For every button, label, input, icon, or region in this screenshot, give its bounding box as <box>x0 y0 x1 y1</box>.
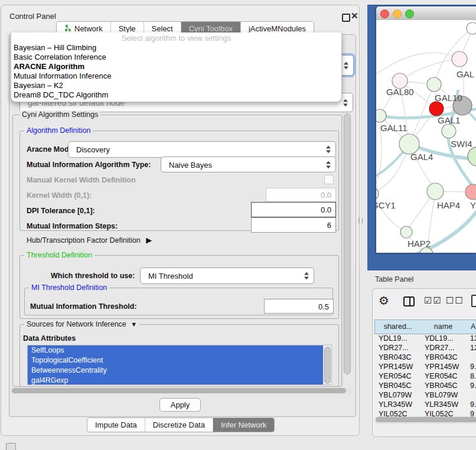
table-cell: YBL079W <box>374 390 425 400</box>
columns-icon[interactable] <box>403 296 415 306</box>
which-threshold-value: MI Threshold <box>148 272 193 281</box>
network-node-label: GAL10 <box>435 93 462 103</box>
dropdown-item-aracne-algorithm[interactable]: ARACNE Algorithm <box>11 62 341 71</box>
table-row-ybr043c[interactable]: YBR043CYBR043C <box>374 353 476 362</box>
network-node-hap2[interactable] <box>400 226 412 238</box>
network-node-unlabeled[interactable] <box>468 147 476 166</box>
table-cell: YBR045C <box>374 381 425 390</box>
table-panel-window: ⚙ ☑☑ ☐☐ shared...nameA YDL19...YDL19...1… <box>372 288 476 437</box>
split-pane-grip[interactable] <box>358 218 363 223</box>
stepper-icon <box>344 61 349 70</box>
new-table-icon[interactable] <box>471 295 476 307</box>
network-node-label: GAL11 <box>380 123 407 133</box>
network-node-swi4[interactable] <box>442 124 456 138</box>
chevron-right-icon: ▶ <box>146 236 152 244</box>
mi-steps-input[interactable]: 6 <box>251 217 336 233</box>
network-node-gal1[interactable] <box>429 102 444 116</box>
network-node-gal[interactable] <box>452 51 467 67</box>
table-row-ybr045c[interactable]: YBR045CYBR045C9. <box>374 381 476 390</box>
sources-expander[interactable]: Sources for Network Inference ▼ <box>24 320 139 328</box>
network-node-gal11[interactable] <box>376 109 386 122</box>
network-node-label: SWI4 <box>451 139 472 149</box>
apply-button[interactable]: Apply <box>159 398 201 412</box>
kernel-width-label: Kernel Width (0,1): <box>27 191 92 200</box>
mi-algorithm-type-select[interactable]: Naive Bayes <box>161 156 336 172</box>
mi-algorithm-type-value: Naive Bayes <box>169 160 212 169</box>
column-header-a[interactable]: A <box>466 319 476 334</box>
table-cell: YBR043C <box>374 353 425 362</box>
dropdown-item-bayesian-k2[interactable]: Bayesian – K2 <box>11 81 341 90</box>
stepper-icon <box>304 272 309 281</box>
minimize-traffic-light-icon[interactable] <box>393 9 402 18</box>
attribute-item-topologicalcoefficient[interactable]: TopologicalCoefficient <box>28 356 323 366</box>
settings-vertical-scrollbar[interactable] <box>343 112 351 386</box>
deselect-all-icon[interactable]: ☐☐ <box>446 295 464 306</box>
network-node-gcy1[interactable] <box>376 187 379 200</box>
network-node-gal4[interactable] <box>399 134 419 154</box>
zoom-traffic-light-icon[interactable] <box>405 9 414 18</box>
table-row-ydl19[interactable]: YDL19...YDL19...13 <box>374 334 476 343</box>
attribute-item-betweennesscentrality[interactable]: BetweennessCentrality <box>28 366 323 376</box>
dropdown-item-mutual-information-inference[interactable]: Mutual Information Inference <box>11 71 341 81</box>
column-header-shared[interactable]: shared... <box>374 319 422 334</box>
hub-factor-expander[interactable]: Hub/Transcription Factor Definition ▶ <box>27 236 152 244</box>
mi-threshold-input[interactable]: 0.5 <box>264 299 334 314</box>
table-row-ydr27[interactable]: YDR27...YDR27...12 <box>374 343 476 353</box>
network-window-titlebar[interactable] <box>376 6 476 21</box>
stepper-icon <box>326 145 331 154</box>
minimized-window-icon[interactable] <box>6 443 16 450</box>
kernel-width-input[interactable]: 0.0 <box>266 188 336 202</box>
close-traffic-light-icon[interactable] <box>380 9 389 18</box>
table-cell: YPR145W <box>374 362 425 371</box>
dpi-tolerance-label: DPI Tolerance [0,1]: <box>27 207 95 215</box>
table-panel-title: Table Panel <box>375 275 413 283</box>
table-row-ybl079w[interactable]: YBL079WYBL079W <box>374 390 476 400</box>
threshold-definition-label: Threshold Definition <box>24 251 94 259</box>
network-canvas[interactable]: GALGAL80GAL10GAL1GAL11SWI4GAL4GCY1HAP4YH… <box>376 20 476 253</box>
table-cell: YDL19... <box>420 334 470 343</box>
manual-kernel-width-label: Manual Kernel Width Definition <box>27 176 136 184</box>
network-node-y[interactable] <box>465 184 476 200</box>
control-panel-title: Control Panel <box>9 12 56 21</box>
select-all-icon[interactable]: ☑☑ <box>424 295 442 306</box>
network-node-gal10[interactable] <box>427 77 441 92</box>
tab-impute-data[interactable]: Impute Data <box>87 418 145 432</box>
network-node-unlabeled[interactable] <box>467 22 476 34</box>
list-vertical-scrollbar[interactable] <box>323 346 331 384</box>
mi-threshold-group-label: MI Threshold Definition <box>29 283 109 292</box>
network-node-label: GAL80 <box>386 87 414 97</box>
algorithm-dropdown-popup: Select algorithm to view settings Bayesi… <box>11 32 342 102</box>
attribute-item-selfloops[interactable]: SelfLoops <box>28 345 323 356</box>
data-attributes-list[interactable]: SelfLoopsTopologicalCoefficientBetweenne… <box>27 345 332 385</box>
table-row-ypr145w[interactable]: YPR145WYPR145W9. <box>374 362 476 371</box>
dropdown-item-basic-correlation-inference[interactable]: Basic Correlation Inference <box>11 53 341 62</box>
gear-icon[interactable]: ⚙ <box>379 294 389 308</box>
mi-steps-label: Mutual Information Steps: <box>27 222 118 230</box>
aracne-mode-select[interactable]: Discovery <box>68 141 336 158</box>
attribute-item-gal4rgexp[interactable]: gal4RGexp <box>28 376 323 385</box>
table-row-yer054c[interactable]: YER054CYER054C8. <box>374 371 476 381</box>
which-threshold-select[interactable]: MI Threshold <box>140 268 314 284</box>
dpi-tolerance-input[interactable]: 0.0 <box>251 202 336 217</box>
close-icon[interactable]: ✕ <box>351 11 358 21</box>
which-threshold-label: Which threshold to use: <box>51 272 135 280</box>
mi-threshold-value: 0.5 <box>318 302 329 311</box>
manual-kernel-width-checkbox[interactable] <box>324 175 334 184</box>
table-cell: 9. <box>466 400 476 409</box>
dropdown-item-dream8-dc-tdc-algorithm[interactable]: Dream8 DC_TDC Algorithm <box>11 90 341 100</box>
tab-label: Impute Data <box>95 420 137 429</box>
table-cell: YDR27... <box>374 343 425 353</box>
tab-label: jActiveMNodules <box>249 24 306 33</box>
table-cell: YER054C <box>420 371 470 381</box>
tab-infer-network[interactable]: Infer Network <box>213 418 274 432</box>
settings-horizontal-scrollbar[interactable] <box>10 387 353 394</box>
float-window-icon[interactable] <box>342 14 350 22</box>
application-root: Control Panel ✕ NetworkStyleSelectCyni T… <box>0 0 476 450</box>
tab-label: Infer Network <box>221 420 266 429</box>
tab-discretize-data[interactable]: Discretize Data <box>145 418 213 432</box>
network-node-hap4[interactable] <box>427 183 444 200</box>
dropdown-item-bayesian-hill-climbing[interactable]: Bayesian – Hill Climbing <box>11 43 341 53</box>
column-header-name[interactable]: name <box>420 319 467 334</box>
table-horizontal-scrollbar[interactable] <box>374 416 476 424</box>
table-row-ylr345w[interactable]: YLR345WYLR345W9. <box>374 400 476 409</box>
